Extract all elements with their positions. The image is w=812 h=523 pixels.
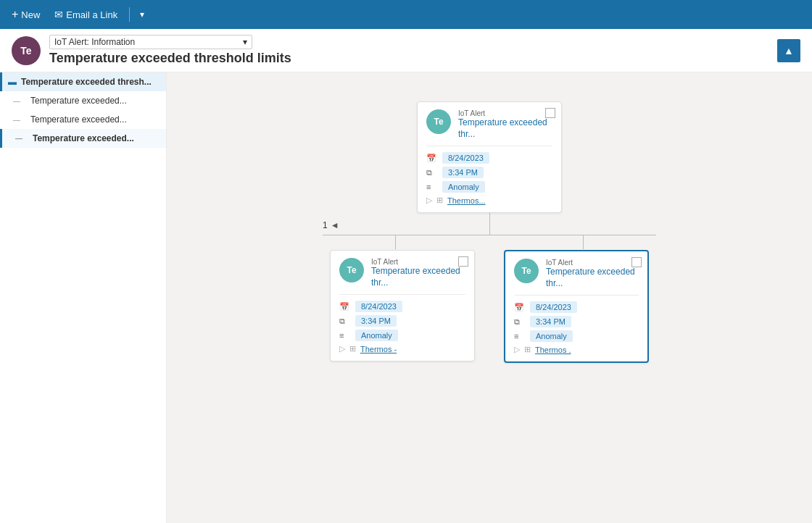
arrow-icon: ▷ <box>339 344 345 353</box>
thermos-icon: ⊞ <box>436 196 443 205</box>
child1-category: Anomaly <box>355 330 398 341</box>
root-title[interactable]: Temperature exceeded thr... <box>458 117 552 140</box>
thermos-icon: ⊞ <box>349 344 356 353</box>
child2-footer: ▷ ⊞ Thermos . <box>514 345 639 354</box>
root-date-field: 📅 8/24/2023 <box>426 152 552 164</box>
sidebar-item-2[interactable]: — Temperature exceeded... <box>0 110 166 129</box>
sidebar-item-label: Temperature exceeded thresh... <box>21 77 152 87</box>
child1-info: IoT Alert Temperature exceeded thr... <box>371 258 465 288</box>
dash-icon: — <box>13 116 20 124</box>
child1-time: 3:34 PM <box>355 315 397 327</box>
avatar: Te <box>12 36 41 65</box>
calendar-icon: 📅 <box>426 154 438 163</box>
child1-divider <box>339 294 465 295</box>
new-label: New <box>21 9 40 20</box>
h-connector <box>323 235 656 235</box>
root-time: 3:34 PM <box>442 167 484 178</box>
list-icon: ≡ <box>339 331 351 340</box>
copy-icon: ⧉ <box>339 317 351 326</box>
root-category-field: ≡ Anomaly <box>426 181 552 193</box>
page-title: Temperature exceeded threshold limits <box>49 51 768 66</box>
plus-icon: + <box>12 8 18 21</box>
child1-header: Te IoT Alert Temperature exceeded thr... <box>339 258 465 288</box>
child2-type: IoT Alert <box>546 259 639 267</box>
topbar: + New ✉ Email a Link ▾ <box>0 0 812 29</box>
page-number: 1 <box>323 220 328 230</box>
root-checkbox[interactable] <box>545 108 555 118</box>
child1-type: IoT Alert <box>371 258 465 266</box>
child1-category-field: ≡ Anomaly <box>339 330 465 341</box>
child1-card-inner: Te IoT Alert Temperature exceeded thr...… <box>331 251 474 361</box>
child2-title[interactable]: Temperature exceeded thr... <box>546 267 639 289</box>
sidebar-item-label: Temperature exceeded... <box>23 96 127 106</box>
chevron-down-icon: ▾ <box>140 9 144 20</box>
child2-category-field: ≡ Anomaly <box>514 330 639 342</box>
child2-date-field: 📅 8/24/2023 <box>514 301 639 313</box>
canvas-area[interactable]: Te IoT Alert Temperature exceeded thr...… <box>167 72 812 523</box>
copy-icon: ⧉ <box>426 168 438 177</box>
topbar-divider <box>129 7 130 22</box>
pagination-area: 1 ◄ <box>323 235 656 235</box>
new-button[interactable]: + New <box>6 5 46 24</box>
child1-title[interactable]: Temperature exceeded thr... <box>371 266 465 288</box>
dash-icon: — <box>13 97 20 105</box>
calendar-icon: 📅 <box>339 302 351 311</box>
root-node-header: Te IoT Alert Temperature exceeded thr... <box>426 109 552 140</box>
sidebar-item-root[interactable]: ▬ Temperature exceeded thresh... <box>0 72 166 91</box>
alert-type-dropdown[interactable]: IoT Alert: Information ▾ <box>49 35 252 49</box>
sidebar-item-3[interactable]: — Temperature exceeded... <box>0 129 166 148</box>
child2-thermos-link[interactable]: Thermos . <box>535 346 571 354</box>
child2-info: IoT Alert Temperature exceeded thr... <box>546 259 639 289</box>
tree-container: Te IoT Alert Temperature exceeded thr...… <box>181 87 798 449</box>
child2-header: Te IoT Alert Temperature exceeded thr... <box>514 259 639 289</box>
dropdown-value: IoT Alert: Information <box>54 37 240 47</box>
list-icon: ≡ <box>514 332 526 340</box>
email-link-button[interactable]: ✉ Email a Link <box>49 6 123 23</box>
root-time-field: ⧉ 3:34 PM <box>426 167 552 178</box>
sidebar-item-label: Temperature exceeded... <box>23 114 127 125</box>
child2-avatar: Te <box>514 259 539 283</box>
root-v-connector <box>489 213 490 235</box>
pagination: 1 ◄ <box>323 220 339 230</box>
child-node-card-2: Te IoT Alert Temperature exceeded thr...… <box>504 250 649 363</box>
collapse-button[interactable]: ▲ <box>777 39 800 62</box>
sidebar-expand-icon: ▬ <box>8 77 17 87</box>
email-label: Email a Link <box>66 9 117 20</box>
root-date: 8/24/2023 <box>442 152 489 164</box>
root-node-card: Te IoT Alert Temperature exceeded thr...… <box>417 101 562 213</box>
root-divider <box>426 146 552 146</box>
child-node-card-1: Te IoT Alert Temperature exceeded thr...… <box>330 250 475 361</box>
child2-card-inner: Te IoT Alert Temperature exceeded thr...… <box>505 251 647 361</box>
arrow-icon: ▷ <box>426 196 432 205</box>
child1-avatar: Te <box>339 258 364 283</box>
email-icon: ✉ <box>54 9 63 20</box>
thermos-icon: ⊞ <box>524 345 531 354</box>
dash-icon: — <box>15 135 22 143</box>
header: Te IoT Alert: Information ▾ Temperature … <box>0 29 812 72</box>
root-category: Anomaly <box>442 181 485 193</box>
child1-footer: ▷ ⊞ Thermos - <box>339 344 465 353</box>
calendar-icon: 📅 <box>514 303 526 312</box>
right-v-drop <box>583 235 584 249</box>
child1-thermos-link[interactable]: Thermos - <box>360 345 397 353</box>
child2-checkbox[interactable] <box>631 257 642 267</box>
child1-date: 8/24/2023 <box>355 301 402 312</box>
prev-icon: ◄ <box>331 220 339 230</box>
children-row: Te IoT Alert Temperature exceeded thr...… <box>330 250 649 363</box>
root-avatar: Te <box>426 109 451 134</box>
root-thermos-link[interactable]: Thermos... <box>447 196 486 205</box>
child1-time-field: ⧉ 3:34 PM <box>339 315 465 327</box>
sidebar-item-label: Temperature exceeded... <box>25 133 134 143</box>
child2-category: Anomaly <box>530 330 573 342</box>
child1-checkbox[interactable] <box>458 256 468 267</box>
sidebar: ▬ Temperature exceeded thresh... — Tempe… <box>0 72 167 523</box>
child2-time: 3:34 PM <box>530 316 571 327</box>
prev-page-button[interactable]: ◄ <box>331 220 339 230</box>
root-type: IoT Alert <box>458 109 552 117</box>
root-card-inner: Te IoT Alert Temperature exceeded thr...… <box>418 102 561 212</box>
topbar-more-button[interactable]: ▾ <box>136 7 149 22</box>
root-info: IoT Alert Temperature exceeded thr... <box>458 109 552 140</box>
root-row: Te IoT Alert Temperature exceeded thr...… <box>417 101 562 213</box>
copy-icon: ⧉ <box>514 317 526 327</box>
sidebar-item-1[interactable]: — Temperature exceeded... <box>0 91 166 110</box>
